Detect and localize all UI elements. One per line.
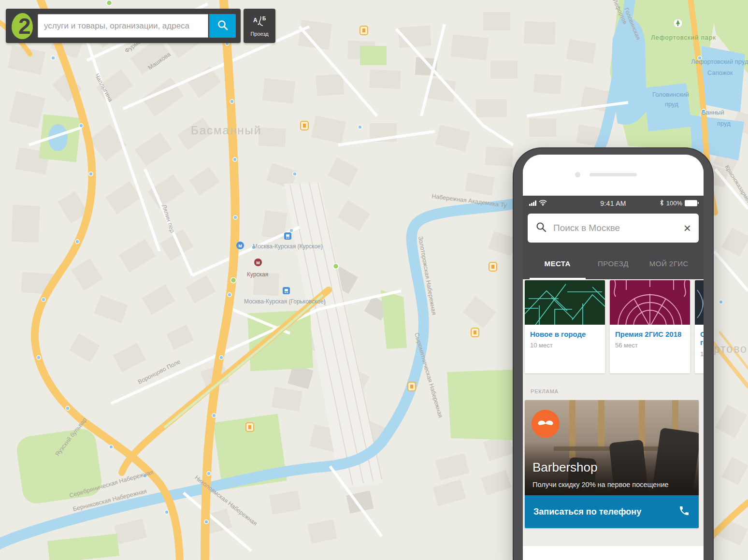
collection-title[interactable]: Новое в городе: [530, 330, 600, 338]
metro-label: Курская: [247, 271, 268, 278]
pond-label: пруд: [717, 120, 731, 127]
phone-screen: 9:41 AM 100% Поиск в Москве ×: [523, 155, 704, 560]
park-tree-icon: [674, 19, 682, 28]
mustache-icon: [536, 417, 555, 430]
battery-icon: [685, 200, 697, 206]
screenshot-stage: М М Басманный ортово Лефортовский парк Л…: [0, 0, 748, 560]
tab-my2gis[interactable]: МОЙ 2ГИС: [641, 259, 697, 268]
search-icon: [216, 19, 229, 33]
ground-transport-icon: [107, 0, 112, 6]
phone-mockup: 9:41 AM 100% Поиск в Москве ×: [514, 148, 713, 560]
svg-text:А: А: [253, 17, 258, 24]
app-search-box[interactable]: Поиск в Москве ×: [528, 214, 699, 243]
station-label: Москва-Курская (Курское): [253, 243, 323, 250]
2gis-logo-digit: 2: [18, 13, 31, 40]
ad-title: Barbershop: [532, 460, 597, 475]
collections-row: Новое в городе 10 мест: [525, 280, 704, 373]
district-label: Басманный: [191, 124, 261, 137]
ground-transport-icon: [231, 278, 236, 283]
cell-signal-icon: [529, 201, 536, 206]
call-to-book-button[interactable]: Записаться по телефону: [525, 495, 699, 528]
rail-station-icon: [283, 287, 290, 294]
collection-count: 10 мест: [530, 342, 600, 349]
phone-top-bezel-area: [523, 155, 704, 196]
2gis-logo[interactable]: 2: [11, 12, 37, 40]
pond-label: Лефортовский пруд: [691, 58, 748, 65]
pond-label: Головинский: [652, 91, 689, 98]
rail-station-icon: [284, 232, 291, 240]
station-label: Москва-Курская (Горьковское): [244, 298, 326, 305]
route-ab-icon: А Б: [252, 15, 267, 29]
pond-label: пруд: [665, 101, 678, 108]
camera-dot: [575, 172, 580, 177]
ad-photo-barbershop: Barbershop Получи скидку 20% на первое п…: [525, 400, 699, 495]
bluetooth-icon: [660, 200, 664, 207]
content-bottom-spacer: [523, 546, 704, 552]
transit-button[interactable]: А Б Проезд: [244, 9, 275, 43]
pond-label: Банный: [702, 109, 724, 116]
svg-text:М: М: [256, 260, 260, 265]
battery-percent: 100%: [666, 200, 682, 207]
collection-card-image: [695, 280, 704, 325]
collection-title[interactable]: Премия 2ГИС 2018: [615, 330, 685, 338]
cta-label: Записаться по телефону: [533, 507, 678, 517]
ad-card[interactable]: Barbershop Получи скидку 20% на первое п…: [525, 400, 699, 528]
pond-label: Сапожок: [707, 69, 733, 76]
ad-section-label: РЕКЛАМА: [531, 388, 559, 394]
collection-card[interactable]: Новое в городе 10 мест: [525, 280, 605, 373]
search-icon: [535, 221, 547, 235]
close-icon[interactable]: ×: [684, 222, 691, 234]
park-label: Лефортовский парк: [651, 34, 716, 41]
svg-text:Б: Б: [262, 16, 266, 21]
collection-card[interactable]: Премия 2ГИС 2018 56 мест: [610, 280, 690, 373]
tab-transit[interactable]: ПРОЕЗД: [585, 259, 641, 268]
collection-card-image: [525, 280, 605, 325]
ground-transport-icon: [333, 264, 339, 269]
collection-title[interactable]: О го: [700, 330, 704, 347]
app-search-placeholder: Поиск в Москве: [553, 223, 677, 233]
ad-subtitle: Получи скидку 20% на первое посещение: [532, 481, 669, 488]
barbershop-logo: [532, 410, 560, 438]
collection-card-partial[interactable]: О го 15: [695, 280, 704, 373]
tab-places[interactable]: МЕСТА: [530, 259, 585, 268]
tab-bar: МЕСТА ПРОЕЗД МОЙ 2ГИС: [523, 247, 704, 279]
status-time: 9:41 AM: [600, 200, 626, 207]
transit-button-label: Проезд: [250, 31, 268, 37]
app-search-row: Поиск в Москве ×: [523, 211, 704, 247]
top-search-bar: 2: [6, 9, 241, 43]
status-bar: 9:41 AM 100%: [523, 196, 704, 211]
search-input[interactable]: [38, 14, 208, 38]
svg-text:М: М: [238, 244, 242, 248]
search-button[interactable]: [209, 14, 236, 38]
speaker-grille: [590, 173, 637, 176]
collection-count: 15: [700, 350, 704, 358]
wifi-icon: [539, 200, 547, 207]
phone-icon: [678, 505, 690, 518]
app-content: Новое в городе 10 мест: [523, 279, 704, 552]
collection-count: 56 мест: [615, 342, 685, 349]
collection-card-image: [610, 280, 690, 325]
